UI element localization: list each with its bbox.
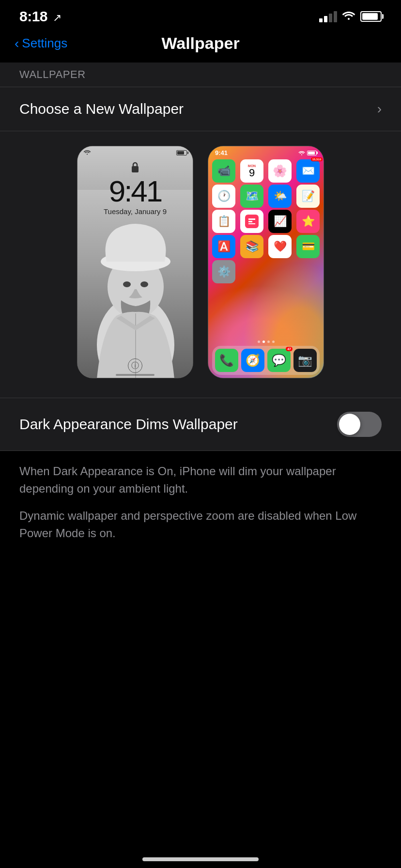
app-reminders[interactable]: 📋 bbox=[212, 210, 235, 233]
app-health[interactable]: ❤️ bbox=[268, 235, 292, 258]
status-left: 8:18 ↗ bbox=[19, 8, 62, 25]
dark-appearance-row: Dark Appearance Dims Wallpaper bbox=[0, 398, 401, 451]
status-icons bbox=[319, 10, 382, 23]
svg-rect-0 bbox=[132, 166, 139, 172]
home-time: 9:41 bbox=[215, 149, 228, 156]
location-arrow-icon: ↗ bbox=[53, 12, 62, 24]
dock: 📞 🧭 💬 47 📷 bbox=[212, 346, 320, 375]
dock-phone[interactable]: 📞 bbox=[215, 349, 238, 372]
page-dots bbox=[208, 340, 324, 344]
lock-screen: 9:41 Tuesday, January 9 bbox=[77, 146, 193, 378]
dock-messages[interactable]: 💬 47 bbox=[267, 349, 291, 372]
app-calendar[interactable]: MON 9 bbox=[240, 159, 263, 183]
app-settings[interactable]: ⚙️ bbox=[212, 260, 235, 283]
lock-date: Tuesday, January 9 bbox=[104, 207, 167, 216]
chevron-right-icon: › bbox=[377, 101, 382, 117]
dock-camera[interactable]: 📷 bbox=[293, 349, 317, 372]
back-button[interactable]: ‹ Settings bbox=[15, 36, 67, 51]
dock-safari[interactable]: 🧭 bbox=[241, 349, 264, 372]
page-title: Wallpaper bbox=[161, 34, 239, 53]
wifi-icon bbox=[342, 10, 355, 23]
app-news[interactable] bbox=[240, 210, 263, 233]
app-maps[interactable]: 🗺️ bbox=[240, 185, 263, 208]
home-indicator bbox=[142, 857, 259, 861]
signal-bars bbox=[319, 11, 337, 22]
app-facetime[interactable]: 📹 bbox=[212, 159, 235, 183]
signal-bar-3 bbox=[329, 14, 332, 22]
description-area: When Dark Appearance is On, iPhone will … bbox=[0, 451, 401, 563]
app-notes[interactable]: 📝 bbox=[296, 185, 320, 208]
choose-wallpaper-label: Choose a New Wallpaper bbox=[19, 101, 184, 117]
home-screen: 9:41 📹 bbox=[208, 146, 324, 378]
status-bar: 8:18 ↗ bbox=[0, 0, 401, 29]
description-text-1: When Dark Appearance is On, iPhone will … bbox=[19, 463, 382, 497]
toggle-thumb bbox=[339, 414, 360, 435]
description-text-2: Dynamic wallpaper and perspective zoom a… bbox=[19, 507, 382, 542]
app-weather[interactable]: 🌤️ bbox=[268, 185, 292, 208]
signal-bar-2 bbox=[324, 16, 327, 22]
svg-point-6 bbox=[123, 281, 131, 287]
dark-appearance-label: Dark Appearance Dims Wallpaper bbox=[19, 416, 238, 433]
battery-fill bbox=[362, 13, 378, 20]
status-time: 8:18 bbox=[19, 8, 47, 24]
lock-screen-preview[interactable]: 9:41 Tuesday, January 9 bbox=[77, 146, 193, 378]
choose-wallpaper-row[interactable]: Choose a New Wallpaper › bbox=[0, 87, 401, 131]
app-books[interactable]: 📚 bbox=[240, 235, 263, 258]
dark-appearance-toggle[interactable] bbox=[337, 412, 382, 437]
app-stocks[interactable]: 📈 bbox=[268, 210, 292, 233]
signal-bar-1 bbox=[319, 18, 323, 22]
app-photos[interactable]: 🌸 bbox=[268, 159, 292, 183]
app-wallet[interactable]: 💳 bbox=[296, 235, 320, 258]
home-screen-preview[interactable]: 9:41 📹 bbox=[208, 146, 324, 378]
signal-bar-4 bbox=[334, 11, 337, 22]
back-chevron-icon: ‹ bbox=[15, 37, 19, 50]
app-mail[interactable]: ✉️ 15,510 bbox=[296, 159, 320, 183]
app-clock[interactable]: 🕐 bbox=[212, 185, 235, 208]
back-label: Settings bbox=[22, 36, 67, 51]
nav-bar: ‹ Settings Wallpaper bbox=[0, 29, 401, 62]
app-itunes[interactable]: ⭐ bbox=[296, 210, 320, 233]
lock-info-button[interactable]: ⓘ bbox=[128, 358, 142, 373]
app-appstore[interactable]: 🅰️ bbox=[212, 235, 235, 258]
battery-icon bbox=[360, 11, 382, 22]
svg-point-7 bbox=[140, 281, 148, 287]
lock-time: 9:41 bbox=[109, 176, 162, 206]
wallpaper-previews: 9:41 Tuesday, January 9 bbox=[0, 131, 401, 398]
wallpaper-section-header: WALLPAPER bbox=[0, 62, 401, 87]
